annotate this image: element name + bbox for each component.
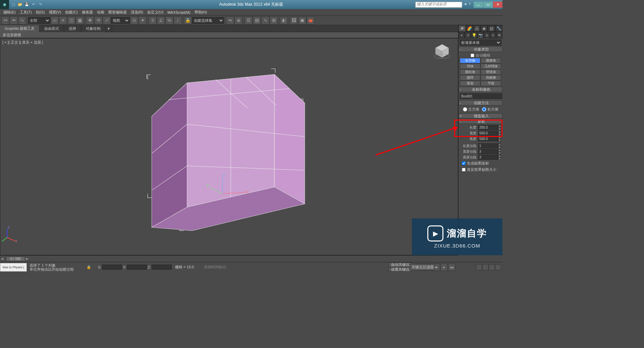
menu-rendering[interactable]: 渲染(R) (129, 9, 145, 15)
setkey-button[interactable]: 设置关键点 (389, 267, 412, 272)
rotate-icon[interactable]: ⟲ (94, 16, 102, 24)
menu-group[interactable]: 组(G) (34, 9, 47, 15)
utilities-tab-icon[interactable]: 🔧 (495, 25, 502, 32)
rollout-keyboard[interactable]: +键盘输入 (459, 113, 502, 119)
motion-tab-icon[interactable]: ◉ (480, 25, 488, 32)
rollout-object-type[interactable]: -对象类型 (459, 47, 502, 52)
close-button[interactable]: ✕ (493, 2, 502, 8)
menu-help[interactable]: 帮助(H) (193, 9, 209, 15)
systems-icon[interactable]: ✱ (496, 32, 502, 39)
prim-cylinder-button[interactable]: 圆柱体 (460, 69, 480, 75)
realworld-checkbox[interactable] (462, 168, 466, 171)
mirror-icon[interactable]: ⇋ (226, 16, 234, 24)
cameras-icon[interactable]: 📷 (477, 32, 484, 39)
rollout-creation-method[interactable]: -创建方法 (459, 100, 502, 106)
manipulate-icon[interactable]: ✦ (139, 16, 147, 24)
qat-redo-icon[interactable]: ↷ (37, 2, 43, 8)
snap-icon[interactable]: 3 (149, 16, 157, 24)
coord-z-input[interactable] (152, 265, 172, 270)
qat-undo-icon[interactable]: ↶ (31, 2, 37, 8)
gen-mapping-checkbox[interactable] (462, 161, 466, 165)
render-setup-icon[interactable]: 🖼 (290, 16, 298, 24)
search-input[interactable] (416, 2, 462, 6)
select-name-icon[interactable]: ≡ (59, 16, 67, 24)
autokey-button[interactable]: 自动关键点 (389, 263, 412, 267)
next-frame-icon[interactable]: ▸ (440, 264, 448, 271)
align-icon[interactable]: ≣ (234, 16, 243, 24)
schematic-icon[interactable]: ⊞ (270, 16, 278, 24)
tab-freeform[interactable]: 自由形式 (40, 25, 64, 32)
keyfilter-button[interactable]: 关键点过滤器 (410, 264, 435, 270)
length-segs-input[interactable] (478, 143, 498, 148)
tab-objpaint[interactable]: 对象绘制 (81, 25, 106, 32)
prim-teapot-button[interactable]: 茶壶 (460, 81, 480, 86)
scale-icon[interactable]: ⤢ (103, 16, 111, 24)
qat-new-icon[interactable]: ▢ (10, 2, 16, 8)
selection-filter[interactable]: 全部 (28, 17, 50, 24)
length-input[interactable] (478, 125, 498, 130)
helpers-icon[interactable]: ⊕ (484, 32, 490, 39)
help-icon[interactable]: ? (469, 2, 471, 7)
object-name-input[interactable] (460, 93, 502, 99)
nav-zoom-icon[interactable] (482, 264, 488, 270)
spacewarps-icon[interactable]: ≋ (490, 32, 496, 39)
maximize-button[interactable]: ▭ (483, 2, 493, 8)
spinner-down-icon[interactable]: ▼ (498, 128, 501, 130)
nav-pan-icon[interactable] (476, 264, 482, 270)
minimize-button[interactable]: — (474, 2, 483, 8)
menu-maxscript[interactable]: MAXScript(M) (165, 10, 192, 15)
radio-box[interactable]: 长方体 (482, 107, 498, 112)
rollout-name-color[interactable]: -名称和颜色 (459, 87, 502, 92)
menu-tools[interactable]: 工具(T) (18, 9, 34, 15)
bind-spacewarp-icon[interactable]: ∿ (18, 16, 26, 24)
display-tab-icon[interactable]: ▤ (488, 25, 495, 32)
menu-grapheditors[interactable]: 图形编辑器 (106, 9, 129, 15)
prim-pyramid-button[interactable]: 四棱锥 (481, 75, 501, 80)
app-logo-icon[interactable]: ◉ (0, 0, 9, 9)
lock-icon[interactable]: 🔒 (87, 265, 91, 269)
menu-edit[interactable]: 编辑(E) (1, 9, 18, 15)
prim-torus-button[interactable]: 圆环 (460, 75, 480, 80)
create-tab-icon[interactable]: ✺ (459, 25, 466, 32)
qat-save-icon[interactable]: 💾 (24, 2, 30, 8)
layers-icon[interactable]: ☰ (245, 16, 253, 24)
prim-tube-button[interactable]: 管状体 (481, 69, 501, 75)
ref-coord-system[interactable]: 视图 (111, 17, 130, 24)
ribbon-expand-icon[interactable]: ▾ (106, 25, 112, 32)
select-icon[interactable]: ▭ (51, 16, 59, 24)
menu-customize[interactable]: 自定义(U) (145, 9, 165, 15)
rollout-parameters[interactable]: -参数 (459, 119, 502, 124)
menu-animation[interactable]: 动画 (95, 9, 106, 15)
ribbon-panel-label[interactable]: 多边形建模 (3, 32, 21, 38)
category-dropdown[interactable]: 标准基本体 (460, 40, 501, 46)
shapes-icon[interactable]: ◔ (465, 32, 471, 39)
unlink-icon[interactable]: ⚮ (10, 16, 18, 24)
height-input[interactable] (478, 136, 498, 141)
geom-icon[interactable]: ● (459, 32, 465, 39)
lights-icon[interactable]: 💡 (471, 32, 477, 39)
menu-modifiers[interactable]: 修改器 (80, 9, 95, 15)
tab-selection[interactable]: 选择 (64, 25, 81, 32)
window-crossing-icon[interactable]: ▦ (76, 16, 84, 24)
named-selection-set[interactable]: 创建选择集 (192, 17, 224, 24)
radio-cube[interactable]: 立方体 (463, 107, 479, 112)
prim-plane-button[interactable]: 平面 (481, 81, 501, 86)
modify-tab-icon[interactable]: 🌈 (466, 25, 473, 32)
coord-y-input[interactable] (127, 265, 147, 270)
infocenter-icon[interactable]: ⓘ (459, 2, 463, 7)
spinner-up-icon[interactable]: ▲ (498, 125, 501, 128)
width-input[interactable] (478, 131, 498, 136)
viewport[interactable]: [ + ][ 正交 ][ 真实 + 边面 ] (0, 38, 458, 255)
tab-graphite[interactable]: Graphite 建模工具 (0, 25, 40, 32)
graphite-icon[interactable]: ▤ (253, 16, 261, 24)
menu-view[interactable]: 视图(V) (47, 9, 63, 15)
nav-max-icon[interactable] (495, 264, 501, 270)
autogrid-checkbox[interactable] (471, 54, 474, 57)
nav-orbit-icon[interactable] (489, 264, 495, 270)
maxscript-listener[interactable]: Max to Physes ( (0, 263, 27, 272)
percent-snap-icon[interactable]: % (165, 16, 173, 24)
menu-create[interactable]: 创建(C) (63, 9, 79, 15)
select-region-icon[interactable]: ◫ (67, 16, 75, 24)
prim-sphere-button[interactable]: 球体 (460, 64, 480, 69)
link-icon[interactable]: ⚯ (1, 16, 9, 24)
